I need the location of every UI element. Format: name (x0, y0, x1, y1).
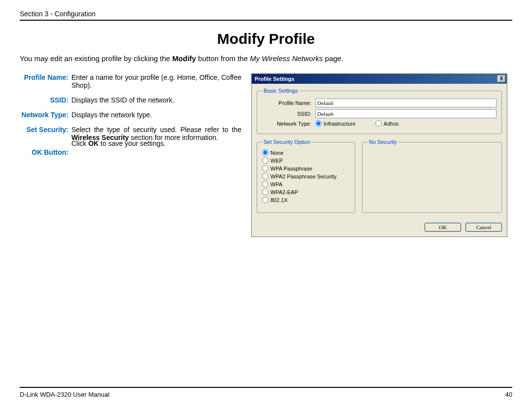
no-security-legend: No Security (367, 139, 399, 145)
security-wpapass-radio[interactable]: WPA Passphrase (262, 165, 350, 171)
def-profile-name: Profile Name: Enter a name for your prof… (20, 73, 241, 89)
close-icon[interactable]: X (498, 75, 505, 82)
security-wpa-radio[interactable]: WPA (262, 181, 350, 187)
security-8021x-radio[interactable]: 802.1X (262, 197, 350, 203)
security-wpapass-input[interactable] (262, 165, 268, 171)
security-wpa-label: WPA (270, 181, 282, 187)
security-8021x-input[interactable] (262, 197, 268, 203)
dialog-titlebar: Profile Settings X (252, 74, 507, 84)
intro-mid: button from the (196, 54, 250, 63)
def-label: Network Type: (20, 111, 71, 119)
def-ok-prefix: Click (71, 139, 88, 147)
security-wpa2pass-radio[interactable]: WPA2 Passphrase Security (262, 173, 350, 179)
security-8021x-label: 802.1X (270, 197, 288, 203)
infrastructure-radio-input[interactable] (315, 120, 322, 127)
def-ok-bold: OK (88, 139, 99, 147)
basic-settings-group: Basic Settings Profile Name: SSID: Netwo… (257, 88, 502, 134)
adhoc-radio[interactable]: Adhoc (375, 120, 399, 127)
network-type-label: Network Type: (262, 121, 311, 127)
definitions-column: Profile Name: Enter a name for your prof… (20, 73, 241, 163)
basic-settings-legend: Basic Settings (262, 88, 299, 94)
security-none-label: None (270, 150, 283, 156)
def-ssid: SSID: Displays the SSID of the network. (20, 96, 241, 104)
security-none-input[interactable] (262, 149, 268, 156)
security-wep-radio[interactable]: WEP (262, 157, 350, 164)
security-option-group: Set Security Option None WEP WPA Passphr… (257, 139, 355, 213)
footer-page: 40 (505, 391, 512, 398)
infrastructure-radio[interactable]: Infrastructure (315, 120, 356, 127)
adhoc-radio-label: Adhoc (384, 121, 399, 127)
def-label: Set Security: (20, 126, 71, 141)
def-label: Profile Name: (20, 73, 71, 89)
ssid-label: SSID: (262, 111, 311, 117)
profile-settings-dialog: Profile Settings X Basic Settings Profil… (251, 73, 507, 237)
profile-name-label: Profile Name: (262, 100, 311, 106)
page-title: Modify Profile (20, 31, 512, 47)
def-sec-prefix: Select the type of security used. Please… (71, 126, 241, 134)
intro-suffix: page. (323, 54, 343, 63)
ssid-input[interactable] (315, 109, 497, 118)
page-footer: D-Link WDA-2320 User Manual 40 (20, 387, 512, 398)
security-wpapass-label: WPA Passphrase (270, 166, 312, 171)
intro-bold: Modify (172, 54, 196, 63)
security-wpa2eap-radio[interactable]: WPA2-EAP (262, 189, 350, 195)
security-wpa2pass-label: WPA2 Passphrase Security (270, 173, 336, 179)
security-none-radio[interactable]: None (262, 149, 350, 156)
def-network-type: Network Type: Displays the network type. (20, 111, 241, 119)
def-text: Displays the network type. (71, 111, 241, 119)
security-wpa2eap-input[interactable] (262, 189, 268, 195)
security-wep-label: WEP (270, 158, 283, 164)
dialog-title-text: Profile Settings (255, 76, 295, 82)
ok-button[interactable]: OK (425, 223, 461, 232)
def-label: OK Button: (20, 148, 71, 156)
def-label: SSID: (20, 96, 71, 104)
security-wpa2eap-label: WPA2-EAP (270, 189, 298, 195)
def-text: Enter a name for your profile (e.g. Home… (71, 73, 241, 89)
section-header: Section 3 - Configuration (20, 10, 512, 21)
no-security-group: No Security (362, 139, 502, 213)
security-option-legend: Set Security Option (262, 139, 312, 145)
cancel-button[interactable]: Cancel (466, 223, 502, 232)
intro-italic: My Wireless Networks (250, 54, 323, 63)
infrastructure-radio-label: Infrastructure (324, 121, 356, 127)
def-ok-button: OK Button: Click OK to save your setting… (20, 148, 241, 156)
security-wpa-input[interactable] (262, 181, 268, 187)
def-text: Displays the SSID of the network. (71, 96, 241, 104)
footer-manual: D-Link WDA-2320 User Manual (20, 391, 109, 398)
adhoc-radio-input[interactable] (375, 120, 382, 127)
intro-text: You may edit an existing profile by clic… (20, 54, 512, 63)
def-ok-suffix: to save your settings. (99, 139, 166, 147)
profile-name-input[interactable] (315, 99, 497, 107)
security-wep-input[interactable] (262, 157, 268, 164)
intro-prefix: You may edit an existing profile by clic… (20, 54, 172, 63)
security-wpa2pass-input[interactable] (262, 173, 268, 179)
def-text: Click OK to save your settings. (71, 139, 241, 147)
